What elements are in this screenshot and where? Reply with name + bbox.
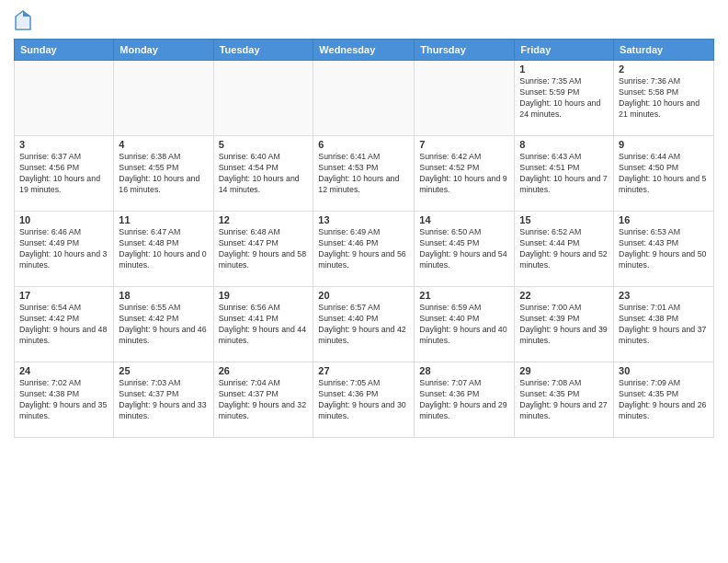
day-number: 25 xyxy=(119,365,208,376)
calendar-cell: 19Sunrise: 6:56 AMSunset: 4:41 PMDayligh… xyxy=(213,287,313,362)
day-info: Sunrise: 7:35 AMSunset: 5:59 PMDaylight:… xyxy=(519,76,609,121)
day-info: Sunrise: 6:52 AMSunset: 4:44 PMDaylight:… xyxy=(519,227,609,271)
day-number: 26 xyxy=(219,365,309,376)
day-number: 21 xyxy=(419,290,509,301)
calendar-cell: 12Sunrise: 6:48 AMSunset: 4:47 PMDayligh… xyxy=(213,212,313,287)
day-number: 29 xyxy=(519,365,609,376)
calendar-cell: 23Sunrise: 7:01 AMSunset: 4:38 PMDayligh… xyxy=(614,287,714,362)
day-number: 22 xyxy=(519,290,609,301)
day-info: Sunrise: 7:01 AMSunset: 4:38 PMDaylight:… xyxy=(619,303,709,347)
day-info: Sunrise: 6:41 AMSunset: 4:53 PMDaylight:… xyxy=(318,152,409,196)
day-info: Sunrise: 7:08 AMSunset: 4:35 PMDaylight:… xyxy=(519,378,609,422)
day-number: 18 xyxy=(119,290,208,301)
calendar-cell: 4Sunrise: 6:38 AMSunset: 4:55 PMDaylight… xyxy=(114,136,213,212)
calendar-week-3: 10Sunrise: 6:46 AMSunset: 4:49 PMDayligh… xyxy=(15,212,714,287)
calendar-cell: 10Sunrise: 6:46 AMSunset: 4:49 PMDayligh… xyxy=(15,212,114,287)
day-info: Sunrise: 6:54 AMSunset: 4:42 PMDaylight:… xyxy=(19,303,108,347)
col-header-saturday: Saturday xyxy=(614,40,714,61)
day-number: 8 xyxy=(519,139,609,150)
day-info: Sunrise: 7:02 AMSunset: 4:38 PMDaylight:… xyxy=(19,378,108,422)
day-number: 12 xyxy=(219,214,309,225)
col-header-sunday: Sunday xyxy=(15,40,114,61)
day-number: 11 xyxy=(119,214,208,225)
col-header-thursday: Thursday xyxy=(415,40,515,61)
day-info: Sunrise: 6:40 AMSunset: 4:54 PMDaylight:… xyxy=(219,152,309,196)
calendar-week-2: 3Sunrise: 6:37 AMSunset: 4:56 PMDaylight… xyxy=(15,136,714,212)
day-number: 30 xyxy=(619,365,709,376)
calendar-cell: 30Sunrise: 7:09 AMSunset: 4:35 PMDayligh… xyxy=(614,362,714,438)
day-info: Sunrise: 6:47 AMSunset: 4:48 PMDaylight:… xyxy=(119,227,208,271)
page: SundayMondayTuesdayWednesdayThursdayFrid… xyxy=(0,0,728,563)
day-info: Sunrise: 7:36 AMSunset: 5:58 PMDaylight:… xyxy=(619,76,709,121)
svg-marker-0 xyxy=(16,15,30,28)
day-number: 4 xyxy=(119,139,208,150)
col-header-friday: Friday xyxy=(515,40,614,61)
calendar-cell: 28Sunrise: 7:07 AMSunset: 4:36 PMDayligh… xyxy=(415,362,515,438)
day-number: 14 xyxy=(419,214,509,225)
day-number: 10 xyxy=(19,214,108,225)
calendar-cell: 11Sunrise: 6:47 AMSunset: 4:48 PMDayligh… xyxy=(114,212,213,287)
calendar-cell: 8Sunrise: 6:43 AMSunset: 4:51 PMDaylight… xyxy=(515,136,614,212)
logo xyxy=(14,9,34,31)
day-info: Sunrise: 6:49 AMSunset: 4:46 PMDaylight:… xyxy=(318,227,409,271)
calendar-week-1: 1Sunrise: 7:35 AMSunset: 5:59 PMDaylight… xyxy=(15,61,714,136)
day-info: Sunrise: 6:38 AMSunset: 4:55 PMDaylight:… xyxy=(119,152,208,196)
calendar-cell: 22Sunrise: 7:00 AMSunset: 4:39 PMDayligh… xyxy=(515,287,614,362)
calendar-cell: 6Sunrise: 6:41 AMSunset: 4:53 PMDaylight… xyxy=(313,136,415,212)
calendar-cell: 13Sunrise: 6:49 AMSunset: 4:46 PMDayligh… xyxy=(313,212,415,287)
day-info: Sunrise: 6:53 AMSunset: 4:43 PMDaylight:… xyxy=(619,227,709,271)
day-number: 24 xyxy=(19,365,108,376)
logo-icon xyxy=(14,9,32,31)
day-number: 2 xyxy=(619,63,709,75)
day-number: 16 xyxy=(619,214,709,225)
day-info: Sunrise: 7:04 AMSunset: 4:37 PMDaylight:… xyxy=(219,378,309,422)
day-number: 7 xyxy=(419,139,509,150)
calendar-cell xyxy=(213,61,313,136)
day-info: Sunrise: 7:03 AMSunset: 4:37 PMDaylight:… xyxy=(119,378,208,422)
day-number: 13 xyxy=(318,214,409,225)
day-number: 19 xyxy=(219,290,309,301)
day-info: Sunrise: 6:43 AMSunset: 4:51 PMDaylight:… xyxy=(519,152,609,196)
day-info: Sunrise: 6:37 AMSunset: 4:56 PMDaylight:… xyxy=(19,152,108,196)
calendar-cell: 27Sunrise: 7:05 AMSunset: 4:36 PMDayligh… xyxy=(313,362,415,438)
day-info: Sunrise: 7:07 AMSunset: 4:36 PMDaylight:… xyxy=(419,378,509,422)
day-number: 1 xyxy=(519,63,609,75)
calendar-cell: 29Sunrise: 7:08 AMSunset: 4:35 PMDayligh… xyxy=(515,362,614,438)
calendar-cell: 25Sunrise: 7:03 AMSunset: 4:37 PMDayligh… xyxy=(114,362,213,438)
day-info: Sunrise: 7:05 AMSunset: 4:36 PMDaylight:… xyxy=(318,378,409,422)
day-info: Sunrise: 6:59 AMSunset: 4:40 PMDaylight:… xyxy=(419,303,509,347)
calendar-cell: 15Sunrise: 6:52 AMSunset: 4:44 PMDayligh… xyxy=(515,212,614,287)
day-info: Sunrise: 6:44 AMSunset: 4:50 PMDaylight:… xyxy=(619,152,709,196)
calendar-cell: 18Sunrise: 6:55 AMSunset: 4:42 PMDayligh… xyxy=(114,287,213,362)
calendar-cell: 7Sunrise: 6:42 AMSunset: 4:52 PMDaylight… xyxy=(415,136,515,212)
calendar-cell xyxy=(15,61,114,136)
day-number: 27 xyxy=(318,365,409,376)
calendar-cell: 1Sunrise: 7:35 AMSunset: 5:59 PMDaylight… xyxy=(515,61,614,136)
day-info: Sunrise: 6:55 AMSunset: 4:42 PMDaylight:… xyxy=(119,303,208,347)
calendar-cell: 20Sunrise: 6:57 AMSunset: 4:40 PMDayligh… xyxy=(313,287,415,362)
calendar-cell: 16Sunrise: 6:53 AMSunset: 4:43 PMDayligh… xyxy=(614,212,714,287)
day-info: Sunrise: 6:46 AMSunset: 4:49 PMDaylight:… xyxy=(19,227,108,271)
day-number: 20 xyxy=(318,290,409,301)
calendar-cell: 26Sunrise: 7:04 AMSunset: 4:37 PMDayligh… xyxy=(213,362,313,438)
calendar-cell: 17Sunrise: 6:54 AMSunset: 4:42 PMDayligh… xyxy=(15,287,114,362)
calendar-week-5: 24Sunrise: 7:02 AMSunset: 4:38 PMDayligh… xyxy=(15,362,714,438)
calendar-cell xyxy=(415,61,515,136)
calendar-cell: 21Sunrise: 6:59 AMSunset: 4:40 PMDayligh… xyxy=(415,287,515,362)
day-info: Sunrise: 6:57 AMSunset: 4:40 PMDaylight:… xyxy=(318,303,409,347)
calendar-table: SundayMondayTuesdayWednesdayThursdayFrid… xyxy=(14,39,714,438)
calendar-week-4: 17Sunrise: 6:54 AMSunset: 4:42 PMDayligh… xyxy=(15,287,714,362)
day-info: Sunrise: 7:00 AMSunset: 4:39 PMDaylight:… xyxy=(519,303,609,347)
day-number: 5 xyxy=(219,139,309,150)
col-header-monday: Monday xyxy=(114,40,213,61)
col-header-tuesday: Tuesday xyxy=(213,40,313,61)
day-info: Sunrise: 6:50 AMSunset: 4:45 PMDaylight:… xyxy=(419,227,509,271)
day-number: 23 xyxy=(619,290,709,301)
day-info: Sunrise: 6:42 AMSunset: 4:52 PMDaylight:… xyxy=(419,152,509,196)
day-number: 15 xyxy=(519,214,609,225)
header xyxy=(14,9,714,31)
calendar-cell: 5Sunrise: 6:40 AMSunset: 4:54 PMDaylight… xyxy=(213,136,313,212)
calendar-cell: 24Sunrise: 7:02 AMSunset: 4:38 PMDayligh… xyxy=(15,362,114,438)
calendar-cell: 3Sunrise: 6:37 AMSunset: 4:56 PMDaylight… xyxy=(15,136,114,212)
calendar-header-row: SundayMondayTuesdayWednesdayThursdayFrid… xyxy=(15,40,714,61)
